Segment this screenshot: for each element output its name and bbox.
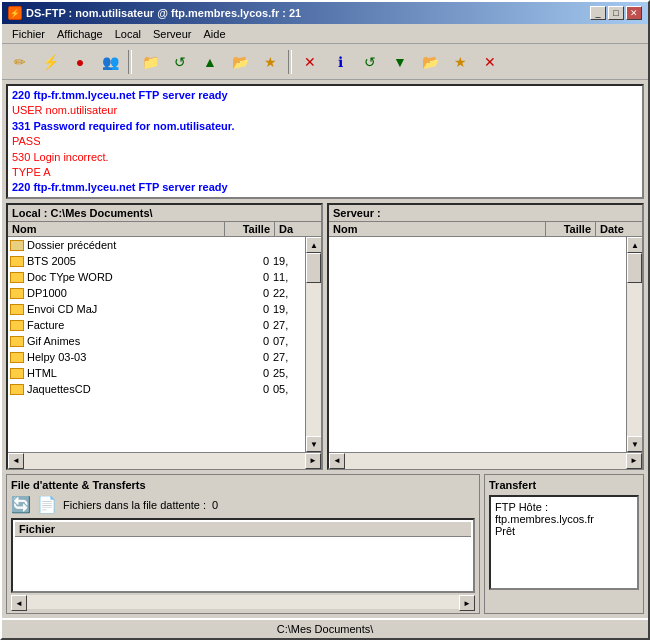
log-line: TYPE A xyxy=(12,165,638,180)
local-file-item[interactable]: Facture027, xyxy=(8,317,305,333)
server-scroll-spacer xyxy=(626,222,642,236)
server-scroll-thumb[interactable] xyxy=(627,253,642,283)
transfer-line: Prêt xyxy=(495,525,633,537)
server-scroll-down[interactable]: ▼ xyxy=(627,436,642,452)
scroll-down-button[interactable]: ▼ xyxy=(306,436,321,452)
file-date-label: 27, xyxy=(273,351,303,363)
file-name-label: Envoi CD MaJ xyxy=(27,303,223,315)
local-file-item[interactable]: DP1000022, xyxy=(8,285,305,301)
status-bar: C:\Mes Documents\ xyxy=(2,618,648,638)
file-size-label: 0 xyxy=(223,287,273,299)
toolbar-button-7[interactable]: 📂 xyxy=(226,49,254,75)
toolbar-button-1[interactable]: ⚡ xyxy=(36,49,64,75)
local-file-item[interactable]: BTS 2005019, xyxy=(8,253,305,269)
file-size-label: 0 xyxy=(223,303,273,315)
local-scrollbar-y[interactable]: ▲ ▼ xyxy=(305,237,321,452)
server-h-scroll-right[interactable]: ► xyxy=(626,453,642,469)
minimize-button[interactable]: _ xyxy=(590,6,606,20)
file-name-label: BTS 2005 xyxy=(27,255,223,267)
toolbar-button-9[interactable]: ✕ xyxy=(296,49,324,75)
app-icon: ⚡ xyxy=(8,6,22,20)
local-panel: Local : C:\Mes Documents\ Nom Taille Da … xyxy=(6,203,323,470)
folder-icon xyxy=(10,304,24,315)
server-col-date: Date xyxy=(596,222,626,236)
menu-item-fichier[interactable]: Fichier xyxy=(6,26,51,42)
queue-h-left[interactable]: ◄ xyxy=(11,595,27,611)
toolbar-button-4[interactable]: 📁 xyxy=(136,49,164,75)
server-file-list[interactable] xyxy=(329,237,626,452)
file-date-label: 25, xyxy=(273,367,303,379)
file-name-label: Doc TYpe WORD xyxy=(27,271,223,283)
toolbar-button-10[interactable]: ℹ xyxy=(326,49,354,75)
log-area: 220 ftp-fr.tmm.lyceu.net FTP server read… xyxy=(6,84,644,199)
server-h-scroll-track[interactable] xyxy=(345,453,626,469)
queue-h-scrollbar[interactable]: ◄ ► xyxy=(11,595,475,609)
h-scroll-track[interactable] xyxy=(24,453,305,469)
menu-item-affichage[interactable]: Affichage xyxy=(51,26,109,42)
toolbar-button-6[interactable]: ▲ xyxy=(196,49,224,75)
server-h-scroll-left[interactable]: ◄ xyxy=(329,453,345,469)
file-panels: Local : C:\Mes Documents\ Nom Taille Da … xyxy=(6,203,644,470)
local-file-item[interactable]: Envoi CD MaJ019, xyxy=(8,301,305,317)
toolbar-button-8[interactable]: ★ xyxy=(256,49,284,75)
queue-col-fichier: Fichier xyxy=(15,522,471,537)
toolbar-button-2[interactable]: ● xyxy=(66,49,94,75)
menu-item-serveur[interactable]: Serveur xyxy=(147,26,198,42)
scroll-track[interactable] xyxy=(306,253,321,436)
local-file-item[interactable]: Helpy 03-03027, xyxy=(8,349,305,365)
file-size-label: 0 xyxy=(223,319,273,331)
folder-icon xyxy=(10,368,24,379)
log-line: USER nom.utilisateur xyxy=(12,103,638,118)
menu-bar: FichierAffichageLocalServeurAide xyxy=(2,24,648,44)
toolbar-button-3[interactable]: 👥 xyxy=(96,49,124,75)
h-scroll-right[interactable]: ► xyxy=(305,453,321,469)
maximize-button[interactable]: □ xyxy=(608,6,624,20)
local-h-scrollbar[interactable]: ◄ ► xyxy=(8,452,321,468)
file-name-label: Helpy 03-03 xyxy=(27,351,223,363)
file-date-label: 19, xyxy=(273,255,303,267)
file-date-label: 22, xyxy=(273,287,303,299)
file-date-label: 19, xyxy=(273,303,303,315)
folder-icon xyxy=(10,320,24,331)
folder-icon xyxy=(10,272,24,283)
toolbar-button-13[interactable]: 📂 xyxy=(416,49,444,75)
file-date-label: 05, xyxy=(273,383,303,395)
local-file-item[interactable]: Dossier précédent xyxy=(8,237,305,253)
queue-count-label: Fichiers dans la file dattente : xyxy=(63,499,206,511)
close-button[interactable]: ✕ xyxy=(626,6,642,20)
local-file-item[interactable]: HTML025, xyxy=(8,365,305,381)
col-name-header: Nom xyxy=(8,222,225,236)
queue-panel: File d'attente & Transferts 🔄 📄 Fichiers… xyxy=(6,474,480,614)
col-date-header: Da xyxy=(275,222,305,236)
transfer-panel: Transfert FTP Hôte : ftp.membres.lycos.f… xyxy=(484,474,644,614)
title-buttons: _ □ ✕ xyxy=(590,6,642,20)
server-h-scrollbar[interactable]: ◄ ► xyxy=(329,452,642,468)
menu-item-local[interactable]: Local xyxy=(109,26,147,42)
local-panel-header: Local : C:\Mes Documents\ xyxy=(8,205,321,222)
server-scroll-up[interactable]: ▲ xyxy=(627,237,642,253)
toolbar-button-14[interactable]: ★ xyxy=(446,49,474,75)
toolbar-button-15[interactable]: ✕ xyxy=(476,49,504,75)
server-scroll-track[interactable] xyxy=(627,253,642,436)
local-file-item[interactable]: JaquettesCD005, xyxy=(8,381,305,397)
server-col-name: Nom xyxy=(329,222,546,236)
local-file-item[interactable]: Gif Animes007, xyxy=(8,333,305,349)
menu-item-aide[interactable]: Aide xyxy=(198,26,232,42)
local-scroll-area: Dossier précédentBTS 2005019,Doc TYpe WO… xyxy=(8,237,321,452)
log-line: 331 Password required for nom.utilisateu… xyxy=(12,119,638,134)
toolbar-button-0[interactable]: ✏ xyxy=(6,49,34,75)
queue-h-right[interactable]: ► xyxy=(459,595,475,611)
scroll-up-button[interactable]: ▲ xyxy=(306,237,321,253)
queue-h-track[interactable] xyxy=(27,595,459,609)
scroll-thumb[interactable] xyxy=(306,253,321,283)
queue-file-list: Fichier xyxy=(11,518,475,593)
toolbar-button-5[interactable]: ↺ xyxy=(166,49,194,75)
local-file-list[interactable]: Dossier précédentBTS 2005019,Doc TYpe WO… xyxy=(8,237,305,452)
toolbar-button-12[interactable]: ▼ xyxy=(386,49,414,75)
file-name-label: Gif Animes xyxy=(27,335,223,347)
main-window: ⚡ DS-FTP : nom.utilisateur @ ftp.membres… xyxy=(0,0,650,640)
toolbar-button-11[interactable]: ↺ xyxy=(356,49,384,75)
server-scrollbar-y[interactable]: ▲ ▼ xyxy=(626,237,642,452)
local-file-item[interactable]: Doc TYpe WORD011, xyxy=(8,269,305,285)
h-scroll-left[interactable]: ◄ xyxy=(8,453,24,469)
